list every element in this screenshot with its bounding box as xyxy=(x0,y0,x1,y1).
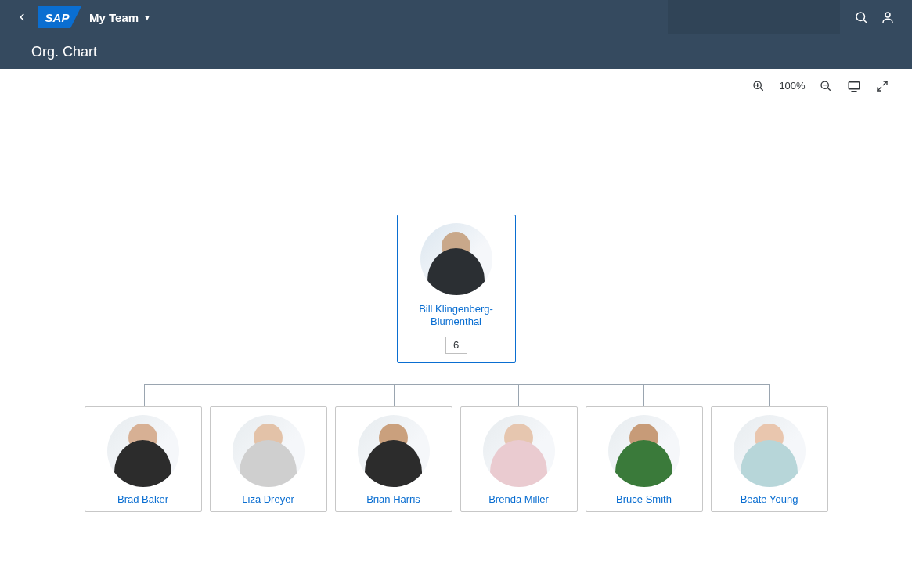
connector-line xyxy=(456,363,456,384)
org-chart: Bill Klingenberg-Blumenthal 6 Brad Baker… xyxy=(85,215,828,512)
org-chart-canvas[interactable]: Bill Klingenberg-Blumenthal 6 Brad Baker… xyxy=(0,103,912,588)
reports-row: Brad Baker Liza Dreyer Brian Harris Bren… xyxy=(85,406,828,512)
fullscreen-button[interactable] xyxy=(874,78,890,94)
fit-screen-button[interactable] xyxy=(846,78,862,94)
org-node-report[interactable]: Brad Baker xyxy=(85,406,202,512)
person-name: Bill Klingenberg-Blumenthal xyxy=(402,303,510,329)
avatar xyxy=(608,415,680,487)
back-button[interactable] xyxy=(11,6,33,28)
org-node-report[interactable]: Liza Dreyer xyxy=(210,406,327,512)
avatar xyxy=(734,415,806,487)
person-icon xyxy=(881,10,895,24)
search-button[interactable] xyxy=(848,4,874,31)
sap-logo: SAP xyxy=(38,6,81,28)
org-node-report[interactable]: Beate Young xyxy=(711,406,828,512)
svg-line-13 xyxy=(878,87,881,91)
svg-line-4 xyxy=(760,88,762,90)
org-node-report[interactable]: Bruce Smith xyxy=(586,406,703,512)
connector-bus xyxy=(144,384,769,406)
zoom-level-label: 100% xyxy=(779,80,806,92)
person-name: Brian Harris xyxy=(366,493,420,505)
expand-icon xyxy=(876,80,889,92)
user-button[interactable] xyxy=(874,4,901,31)
avatar xyxy=(420,223,492,295)
org-node-manager[interactable]: Bill Klingenberg-Blumenthal 6 xyxy=(397,215,516,363)
person-name: Beate Young xyxy=(741,493,798,505)
avatar xyxy=(358,415,430,487)
avatar xyxy=(233,415,305,487)
shell-inactive-region xyxy=(668,0,840,34)
page-title: Org. Chart xyxy=(31,44,97,60)
shell-menu-my-team[interactable]: My Team ▼ xyxy=(89,11,151,24)
zoom-in-button[interactable] xyxy=(751,78,766,94)
person-name: Brad Baker xyxy=(117,493,168,505)
avatar xyxy=(107,415,179,487)
org-node-report[interactable]: Brenda Miller xyxy=(460,406,578,512)
svg-line-12 xyxy=(883,81,887,85)
zoom-out-button[interactable] xyxy=(818,78,834,94)
person-name: Brenda Miller xyxy=(488,493,549,505)
chevron-left-icon xyxy=(16,12,27,23)
svg-line-1 xyxy=(863,20,866,22)
shell-header: SAP My Team ▼ xyxy=(0,0,912,34)
zoom-in-icon xyxy=(752,80,765,92)
person-name: Bruce Smith xyxy=(616,493,672,505)
page-header: Org. Chart xyxy=(0,34,912,69)
person-name: Liza Dreyer xyxy=(242,493,294,505)
screen-icon xyxy=(847,79,861,93)
direct-reports-badge[interactable]: 6 xyxy=(445,337,467,354)
zoom-out-icon xyxy=(820,80,832,92)
svg-point-2 xyxy=(885,13,890,17)
svg-rect-10 xyxy=(849,81,860,88)
chart-toolbar: 100% xyxy=(0,69,912,103)
search-icon xyxy=(854,10,868,24)
svg-line-8 xyxy=(827,88,830,90)
avatar xyxy=(483,415,555,487)
shell-menu-label: My Team xyxy=(89,11,139,24)
caret-down-icon: ▼ xyxy=(143,13,151,22)
org-node-report[interactable]: Brian Harris xyxy=(335,406,452,512)
